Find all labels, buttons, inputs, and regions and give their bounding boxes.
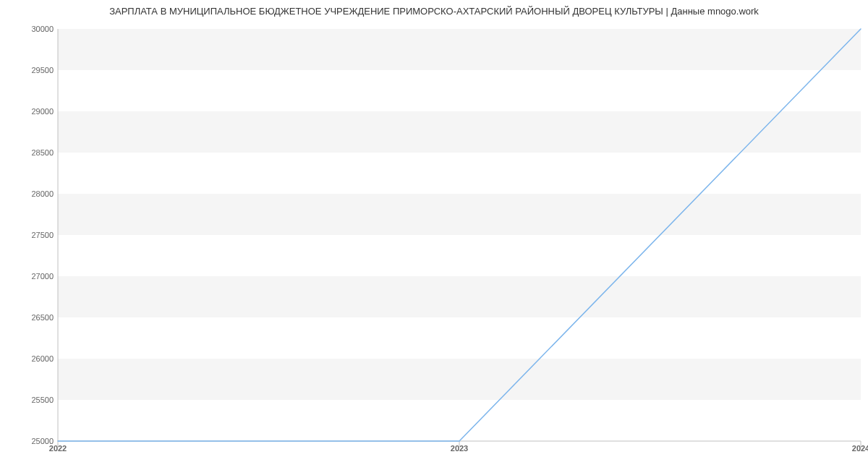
grid-band [58,111,861,153]
chart-container: ЗАРПЛАТА В МУНИЦИПАЛЬНОЕ БЮДЖЕТНОЕ УЧРЕЖ… [0,0,868,470]
x-tick-label: 2024 [852,444,868,453]
grid-band [58,70,861,111]
y-tick-label: 26500 [3,313,54,322]
grid-band [58,194,861,235]
y-tick-label: 27500 [3,231,54,239]
chart-title: ЗАРПЛАТА В МУНИЦИПАЛЬНОЕ БЮДЖЕТНОЕ УЧРЕЖ… [0,6,868,17]
chart-svg [58,29,861,441]
y-tick-label: 25000 [3,437,54,445]
y-tick-label: 27000 [3,272,54,281]
grid-band [58,400,861,441]
grid-band [58,153,861,194]
y-tick-label: 28500 [3,148,54,157]
grid-band [58,29,861,70]
y-tick-label: 28000 [3,189,54,198]
grid-band [58,276,861,317]
y-tick-label: 30000 [3,25,54,33]
y-tick-label: 26000 [3,354,54,363]
y-tick-label: 29500 [3,66,54,74]
grid-band [58,317,861,359]
grid-band [58,235,861,276]
plot-area [58,29,861,441]
grid-band [58,359,861,400]
y-tick-label: 29000 [3,107,54,116]
y-tick-label: 25500 [3,396,54,404]
